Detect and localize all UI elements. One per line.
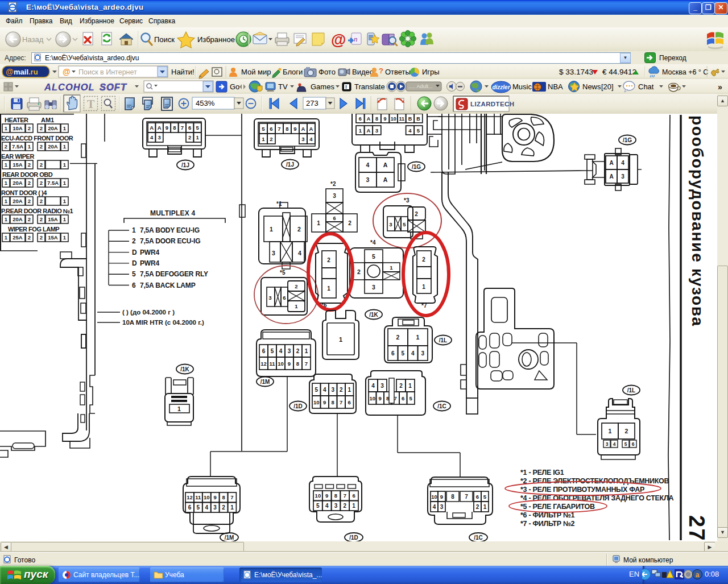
svg-text:7.5A: 7.5A — [12, 143, 23, 150]
svg-text:4: 4 — [309, 136, 313, 142]
svg-text:10: 10 — [315, 492, 321, 499]
svg-text:dizzler: dizzler — [492, 84, 510, 90]
svg-text:20A: 20A — [48, 143, 58, 150]
svg-text:6: 6 — [188, 125, 191, 131]
svg-text:8: 8 — [173, 125, 176, 131]
svg-text:10: 10 — [391, 116, 396, 122]
svg-text:9: 9 — [384, 116, 387, 122]
svg-text:2: 2 — [422, 256, 425, 263]
svg-text:2: 2 — [295, 283, 297, 289]
svg-text:2: 2 — [476, 504, 479, 510]
svg-text:2: 2 — [132, 237, 136, 245]
svg-text:PWR4: PWR4 — [140, 259, 159, 267]
svg-text:3: 3 — [268, 295, 271, 301]
svg-text:9: 9 — [379, 395, 382, 401]
svg-text:3: 3 — [421, 350, 424, 357]
svg-text:ALCOHOL: ALCOHOL — [44, 82, 95, 92]
svg-text:4: 4 — [298, 250, 301, 256]
svg-text:..... Adult...: ..... Adult... — [408, 84, 433, 89]
svg-text:5: 5 — [132, 270, 136, 278]
svg-text:*7 - ФИЛЬТР №2: *7 - ФИЛЬТР №2 — [520, 520, 575, 528]
svg-text:1: 1 — [352, 503, 355, 509]
svg-text:10: 10 — [431, 494, 437, 500]
svg-text:*7: *7 — [421, 303, 427, 309]
svg-text:@: @ — [63, 67, 71, 76]
svg-text:10: 10 — [204, 494, 210, 500]
svg-text:7.5A: 7.5A — [47, 180, 59, 186]
svg-text:1: 1 — [270, 226, 273, 233]
svg-text:/1M: /1M — [225, 535, 234, 541]
svg-text:Games: Games — [311, 82, 334, 91]
svg-text:A: A — [383, 176, 388, 183]
svg-text:6: 6 — [348, 399, 351, 405]
svg-text:7,5A DOOR ECU-IG: 7,5A DOOR ECU-IG — [140, 237, 200, 245]
svg-text:5: 5 — [196, 125, 199, 131]
svg-text:4: 4 — [366, 161, 370, 168]
svg-text:»: » — [718, 82, 722, 92]
svg-text:9: 9 — [288, 361, 291, 367]
svg-text:SOFT: SOFT — [100, 82, 127, 92]
svg-text:1: 1 — [359, 127, 362, 134]
svg-text:[20]: [20] — [601, 82, 614, 91]
svg-text:Поиск в Интернет: Поиск в Интернет — [78, 68, 137, 76]
svg-text:3: 3 — [606, 441, 609, 447]
svg-text:1: 1 — [230, 504, 234, 511]
svg-text:7: 7 — [344, 492, 346, 499]
svg-text:5: 5 — [197, 504, 200, 511]
svg-text:6: 6 — [476, 494, 479, 500]
svg-text:6: 6 — [270, 126, 272, 132]
svg-text:6: 6 — [262, 348, 266, 354]
svg-text:4: 4 — [411, 350, 415, 357]
svg-text:P.REAR DOOR RADIO №1: P.REAR DOOR RADIO №1 — [1, 208, 73, 214]
svg-text:1: 1 — [422, 284, 425, 290]
svg-text:1: 1 — [63, 180, 67, 186]
svg-text:4: 4 — [613, 441, 616, 447]
svg-text:Фото: Фото — [318, 68, 336, 76]
svg-text:1: 1 — [305, 348, 308, 354]
svg-text:11: 11 — [195, 494, 201, 500]
svg-text:6: 6 — [632, 441, 635, 447]
svg-text:2: 2 — [396, 334, 400, 341]
svg-text:*4: *4 — [370, 239, 376, 246]
svg-text:LIZARDTECH: LIZARDTECH — [470, 101, 514, 107]
svg-text:2: 2 — [5, 143, 7, 150]
svg-text:3: 3 — [158, 134, 160, 140]
svg-text:20A: 20A — [13, 180, 23, 186]
svg-text:2: 2 — [222, 504, 225, 511]
svg-text:6: 6 — [359, 116, 362, 122]
svg-text:25A: 25A — [13, 234, 23, 241]
svg-text:@: @ — [6, 67, 14, 76]
svg-text:!: ! — [345, 84, 347, 90]
svg-text:/1C: /1C — [474, 535, 483, 541]
svg-text:A: A — [366, 127, 370, 134]
svg-text:2: 2 — [28, 234, 31, 241]
svg-text:2: 2 — [40, 125, 43, 131]
svg-text:Go: Go — [230, 82, 239, 91]
svg-text:2: 2 — [28, 161, 31, 168]
svg-text:4: 4 — [205, 504, 208, 511]
svg-text:PWR4: PWR4 — [140, 248, 159, 256]
svg-text:2: 2 — [340, 387, 343, 393]
svg-text:Мой мир: Мой мир — [241, 68, 271, 76]
svg-text:2: 2 — [40, 198, 43, 204]
svg-text:/1D: /1D — [293, 403, 303, 409]
svg-text:3: 3 — [380, 383, 384, 389]
svg-text:10: 10 — [369, 395, 375, 401]
svg-text:8: 8 — [296, 361, 299, 367]
svg-text:3: 3 — [213, 504, 217, 511]
svg-text:4: 4 — [408, 127, 412, 134]
svg-text:Блоги: Блоги — [283, 68, 303, 76]
svg-text:273: 273 — [306, 99, 318, 107]
svg-text:9: 9 — [293, 126, 296, 132]
svg-text:Music: Music — [512, 82, 532, 91]
svg-text:n: n — [354, 35, 358, 43]
svg-text:10: 10 — [278, 361, 284, 367]
svg-text:2: 2 — [625, 428, 628, 434]
svg-text:4: 4 — [621, 160, 624, 166]
svg-text:11: 11 — [269, 361, 275, 367]
svg-text:B: B — [416, 116, 420, 122]
svg-text:1: 1 — [196, 134, 199, 140]
svg-text:6: 6 — [333, 216, 336, 221]
svg-text:1: 1 — [317, 220, 320, 226]
svg-text:News: News — [582, 82, 601, 91]
